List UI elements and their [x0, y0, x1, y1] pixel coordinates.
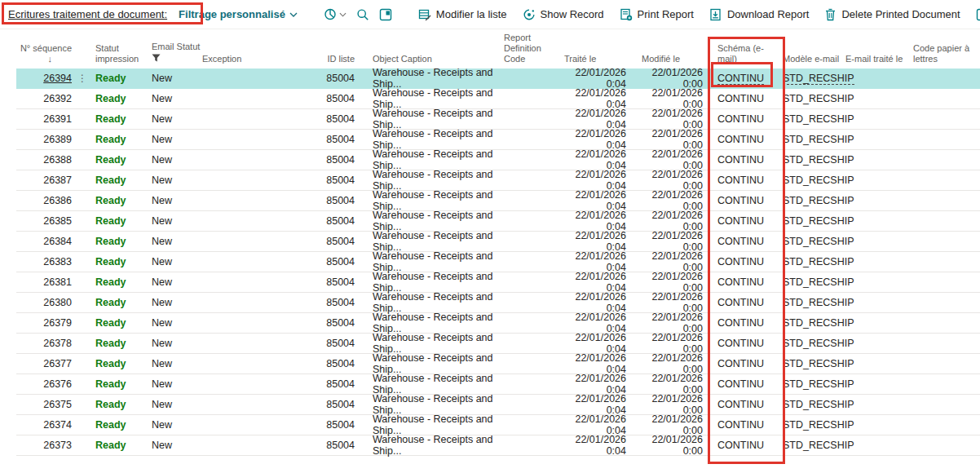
object-caption-cell[interactable]: Warehouse - Receipts and Ship... [361, 434, 504, 457]
processed-on-cell[interactable]: 22/01/2026 0:04 [563, 250, 632, 273]
object-caption-cell[interactable]: Warehouse - Receipts and Ship... [361, 230, 504, 253]
sequence-cell[interactable]: 26392 [16, 93, 72, 104]
email-template-cell[interactable]: STD_RECSHIP [781, 134, 844, 145]
list-id-cell[interactable]: 85004 [292, 276, 361, 288]
email-status-cell[interactable]: New [150, 134, 202, 145]
email-status-cell[interactable]: New [150, 358, 202, 369]
print-status-cell[interactable]: Ready [93, 317, 150, 329]
processed-on-cell[interactable]: 22/01/2026 0:04 [563, 210, 632, 232]
sequence-cell[interactable]: 26376 [16, 378, 72, 390]
object-caption-cell[interactable]: Warehouse - Receipts and Ship... [361, 87, 504, 110]
sequence-cell[interactable]: 26380 [16, 297, 72, 308]
modified-on-cell[interactable]: 22/01/2026 0:00 [632, 128, 708, 151]
list-id-cell[interactable]: 85004 [292, 378, 361, 390]
print-report-button[interactable]: Print Report [620, 8, 694, 21]
object-caption-cell[interactable]: Warehouse - Receipts and Ship... [361, 108, 504, 130]
table-row[interactable]: 26379 ⋮ Ready New 85004 Warehouse - Rece… [16, 313, 980, 334]
email-status-cell[interactable]: New [150, 154, 202, 166]
column-header-email-status[interactable]: Email Statut [150, 42, 202, 64]
print-status-cell[interactable]: Ready [93, 175, 150, 186]
column-header-sequence[interactable]: N° séquence ↓ [16, 43, 72, 64]
modified-on-cell[interactable]: 22/01/2026 0:00 [632, 352, 708, 375]
print-status-cell[interactable]: Ready [93, 256, 150, 267]
download-report-button[interactable]: Download Report [709, 8, 809, 21]
print-status-cell[interactable]: Ready [93, 215, 150, 227]
modified-on-cell[interactable]: 22/01/2026 0:00 [632, 413, 708, 436]
sequence-cell[interactable]: 26388 [16, 154, 72, 166]
modified-on-cell[interactable]: 22/01/2026 0:00 [632, 169, 708, 192]
email-scheme-cell[interactable]: CONTINU [708, 338, 781, 349]
email-template-cell[interactable]: STD_RECSHIP [781, 317, 844, 329]
email-scheme-cell[interactable]: CONTINU [708, 399, 781, 410]
email-template-cell[interactable]: STD_RECSHIP [781, 419, 844, 431]
column-header-email-scheme[interactable]: Schéma (e-mail) [708, 43, 781, 64]
processed-on-cell[interactable]: 22/01/2026 0:04 [563, 413, 632, 436]
column-header-processed-on[interactable]: Traité le [563, 54, 632, 64]
list-id-cell[interactable]: 85004 [292, 215, 361, 227]
print-status-cell[interactable]: Ready [93, 297, 150, 308]
list-id-cell[interactable]: 85004 [292, 399, 361, 410]
email-scheme-cell[interactable]: CONTINU [708, 215, 781, 227]
processed-on-cell[interactable]: 22/01/2026 0:04 [563, 393, 632, 416]
object-caption-cell[interactable]: Warehouse - Receipts and Ship... [361, 128, 504, 151]
sequence-cell[interactable]: 26387 [16, 175, 72, 186]
print-status-cell[interactable]: Ready [93, 378, 150, 390]
column-header-list-id[interactable]: ID liste [292, 54, 361, 64]
email-status-cell[interactable]: New [150, 338, 202, 349]
modified-on-cell[interactable]: 22/01/2026 0:00 [632, 434, 708, 457]
object-caption-cell[interactable]: Warehouse - Receipts and Ship... [361, 312, 504, 334]
modified-on-cell[interactable]: 22/01/2026 0:00 [632, 210, 708, 232]
column-header-letterhead-code[interactable]: Code papier à lettres [912, 43, 980, 64]
list-id-cell[interactable]: 85004 [292, 256, 361, 267]
sequence-cell[interactable]: 26385 [16, 215, 72, 227]
column-header-report-definition-code[interactable]: Report Definition Code [504, 33, 563, 64]
sequence-cell[interactable]: 26378 [16, 338, 72, 349]
sequence-cell[interactable]: 26373 [16, 440, 72, 451]
table-row[interactable]: 26384 ⋮ Ready New 85004 Warehouse - Rece… [16, 232, 980, 252]
analyze-button[interactable] [324, 7, 347, 21]
processed-on-cell[interactable]: 22/01/2026 0:04 [563, 291, 632, 314]
column-header-print-status[interactable]: Statut impression [93, 43, 150, 64]
processed-on-cell[interactable]: 22/01/2026 0:04 [563, 230, 632, 253]
email-scheme-cell[interactable]: CONTINU [708, 73, 781, 84]
processed-on-cell[interactable]: 22/01/2026 0:04 [563, 373, 632, 396]
modified-on-cell[interactable]: 22/01/2026 0:00 [632, 250, 708, 273]
table-row[interactable]: 26391 ⋮ Ready New 85004 Warehouse - Rece… [16, 109, 980, 130]
list-id-cell[interactable]: 85004 [292, 419, 361, 431]
processed-on-cell[interactable]: 22/01/2026 0:04 [563, 312, 632, 334]
email-status-cell[interactable]: New [150, 276, 202, 288]
email-template-cell[interactable]: STD_RECSHIP [781, 73, 844, 84]
table-row[interactable]: 26376 ⋮ Ready New 85004 Warehouse - Rece… [16, 374, 980, 395]
email-template-cell[interactable]: STD_RECSHIP [781, 113, 844, 125]
email-status-cell[interactable]: New [150, 236, 202, 247]
table-row[interactable]: 26380 ⋮ Ready New 85004 Warehouse - Rece… [16, 293, 980, 313]
email-scheme-cell[interactable]: CONTINU [708, 195, 781, 206]
modified-on-cell[interactable]: 22/01/2026 0:00 [632, 373, 708, 396]
email-status-cell[interactable]: New [150, 73, 202, 84]
object-caption-cell[interactable]: Warehouse - Receipts and Ship... [361, 291, 504, 314]
object-caption-cell[interactable]: Warehouse - Receipts and Ship... [361, 148, 504, 171]
print-status-cell[interactable]: Ready [93, 195, 150, 206]
list-id-cell[interactable]: 85004 [292, 358, 361, 369]
print-status-cell[interactable]: Ready [93, 113, 150, 125]
email-template-cell[interactable]: STD_RECSHIP [781, 378, 844, 390]
print-status-cell[interactable]: Ready [93, 358, 150, 369]
sequence-cell[interactable]: 26377 [16, 358, 72, 369]
sequence-cell[interactable]: 26394 [16, 73, 72, 84]
table-row[interactable]: 26381 ⋮ Ready New 85004 Warehouse - Rece… [16, 272, 980, 293]
modified-on-cell[interactable]: 22/01/2026 0:00 [632, 332, 708, 355]
email-scheme-cell[interactable]: CONTINU [708, 134, 781, 145]
email-status-cell[interactable]: New [150, 378, 202, 390]
processed-on-cell[interactable]: 22/01/2026 0:04 [563, 148, 632, 171]
modified-on-cell[interactable]: 22/01/2026 0:00 [632, 87, 708, 110]
table-row[interactable]: 26386 ⋮ Ready New 85004 Warehouse - Rece… [16, 191, 980, 211]
row-options-icon[interactable]: ⋮ [72, 73, 93, 84]
processed-on-cell[interactable]: 22/01/2026 0:04 [563, 67, 632, 90]
table-row[interactable]: 26383 ⋮ Ready New 85004 Warehouse - Rece… [16, 252, 980, 272]
object-caption-cell[interactable]: Warehouse - Receipts and Ship... [361, 271, 504, 294]
sequence-cell[interactable]: 26383 [16, 256, 72, 267]
list-id-cell[interactable]: 85004 [292, 297, 361, 308]
print-status-cell[interactable]: Ready [93, 236, 150, 247]
email-template-cell[interactable]: STD_RECSHIP [781, 358, 844, 369]
email-scheme-cell[interactable]: CONTINU [708, 297, 781, 308]
